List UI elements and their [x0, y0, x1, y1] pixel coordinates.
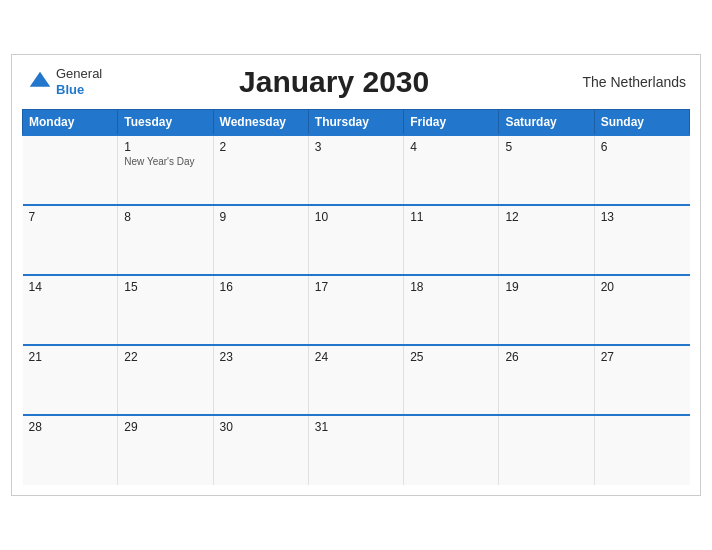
- day-number: 28: [29, 420, 112, 434]
- day-number: 7: [29, 210, 112, 224]
- day-number: 3: [315, 140, 397, 154]
- weekday-header-monday: Monday: [23, 110, 118, 136]
- calendar-header-row: MondayTuesdayWednesdayThursdayFridaySatu…: [23, 110, 690, 136]
- calendar-cell: 22: [118, 345, 213, 415]
- calendar-cell: 31: [308, 415, 403, 485]
- week-row-4: 21222324252627: [23, 345, 690, 415]
- day-number: 30: [220, 420, 302, 434]
- day-number: 17: [315, 280, 397, 294]
- calendar-cell: [499, 415, 594, 485]
- calendar-cell: 19: [499, 275, 594, 345]
- calendar-cell: [23, 135, 118, 205]
- day-number: 1: [124, 140, 206, 154]
- weekday-header-sunday: Sunday: [594, 110, 689, 136]
- calendar-cell: 7: [23, 205, 118, 275]
- week-row-5: 28293031: [23, 415, 690, 485]
- calendar-cell: 12: [499, 205, 594, 275]
- day-event: New Year's Day: [124, 156, 194, 167]
- day-number: 5: [505, 140, 587, 154]
- calendar-cell: 1New Year's Day: [118, 135, 213, 205]
- calendar-cell: 16: [213, 275, 308, 345]
- day-number: 12: [505, 210, 587, 224]
- calendar-body: 1New Year's Day2345678910111213141516171…: [23, 135, 690, 485]
- calendar-cell: 6: [594, 135, 689, 205]
- calendar-cell: 30: [213, 415, 308, 485]
- calendar-cell: 28: [23, 415, 118, 485]
- logo-general-text: General: [56, 66, 102, 82]
- calendar-cell: 18: [404, 275, 499, 345]
- weekday-header-tuesday: Tuesday: [118, 110, 213, 136]
- day-number: 8: [124, 210, 206, 224]
- day-number: 26: [505, 350, 587, 364]
- day-number: 25: [410, 350, 492, 364]
- calendar-cell: 14: [23, 275, 118, 345]
- day-number: 11: [410, 210, 492, 224]
- logo: General Blue: [26, 66, 102, 97]
- day-number: 4: [410, 140, 492, 154]
- calendar-title: January 2030: [102, 65, 566, 99]
- day-number: 15: [124, 280, 206, 294]
- calendar-cell: 21: [23, 345, 118, 415]
- day-number: 9: [220, 210, 302, 224]
- day-number: 23: [220, 350, 302, 364]
- day-number: 16: [220, 280, 302, 294]
- logo-text: General Blue: [56, 66, 102, 97]
- day-number: 6: [601, 140, 684, 154]
- calendar-cell: [404, 415, 499, 485]
- calendar-country: The Netherlands: [566, 74, 686, 90]
- day-number: 22: [124, 350, 206, 364]
- week-row-3: 14151617181920: [23, 275, 690, 345]
- day-number: 13: [601, 210, 684, 224]
- calendar-cell: 2: [213, 135, 308, 205]
- day-number: 29: [124, 420, 206, 434]
- weekday-header-friday: Friday: [404, 110, 499, 136]
- logo-icon: [26, 68, 54, 96]
- week-row-2: 78910111213: [23, 205, 690, 275]
- calendar-cell: 20: [594, 275, 689, 345]
- calendar-container: General Blue January 2030 The Netherland…: [11, 54, 701, 496]
- day-number: 31: [315, 420, 397, 434]
- calendar-cell: 24: [308, 345, 403, 415]
- logo-blue-text: Blue: [56, 82, 102, 98]
- svg-marker-0: [30, 72, 51, 87]
- day-number: 10: [315, 210, 397, 224]
- calendar-header: General Blue January 2030 The Netherland…: [22, 65, 690, 99]
- calendar-cell: 25: [404, 345, 499, 415]
- calendar-cell: 29: [118, 415, 213, 485]
- weekday-header-wednesday: Wednesday: [213, 110, 308, 136]
- weekday-header-thursday: Thursday: [308, 110, 403, 136]
- weekday-header-saturday: Saturday: [499, 110, 594, 136]
- calendar-cell: 23: [213, 345, 308, 415]
- calendar-cell: 13: [594, 205, 689, 275]
- day-number: 2: [220, 140, 302, 154]
- week-row-1: 1New Year's Day23456: [23, 135, 690, 205]
- calendar-cell: 4: [404, 135, 499, 205]
- day-number: 18: [410, 280, 492, 294]
- day-number: 21: [29, 350, 112, 364]
- day-number: 19: [505, 280, 587, 294]
- day-number: 24: [315, 350, 397, 364]
- calendar-cell: 27: [594, 345, 689, 415]
- weekday-row: MondayTuesdayWednesdayThursdayFridaySatu…: [23, 110, 690, 136]
- day-number: 27: [601, 350, 684, 364]
- calendar-cell: 9: [213, 205, 308, 275]
- calendar-grid: MondayTuesdayWednesdayThursdayFridaySatu…: [22, 109, 690, 485]
- calendar-cell: 17: [308, 275, 403, 345]
- calendar-cell: [594, 415, 689, 485]
- calendar-cell: 15: [118, 275, 213, 345]
- day-number: 14: [29, 280, 112, 294]
- calendar-cell: 3: [308, 135, 403, 205]
- calendar-cell: 5: [499, 135, 594, 205]
- calendar-cell: 8: [118, 205, 213, 275]
- calendar-cell: 26: [499, 345, 594, 415]
- day-number: 20: [601, 280, 684, 294]
- calendar-cell: 10: [308, 205, 403, 275]
- calendar-cell: 11: [404, 205, 499, 275]
